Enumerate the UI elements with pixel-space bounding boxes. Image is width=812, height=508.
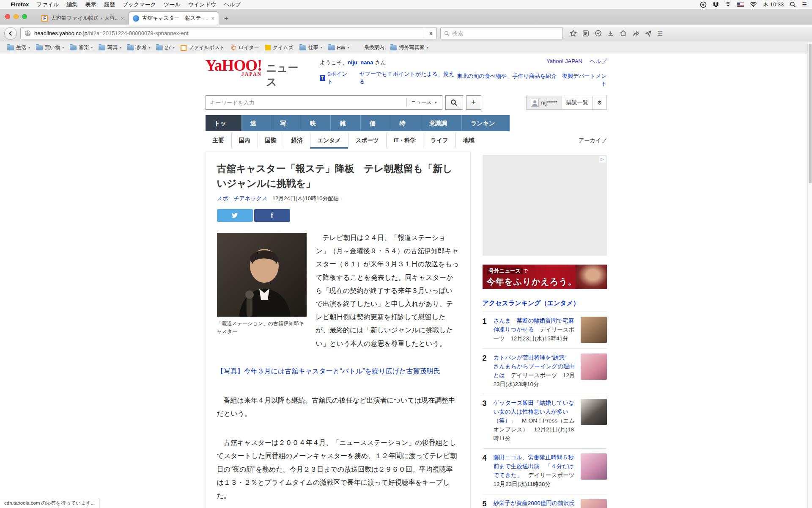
browser-search-box[interactable]	[440, 27, 563, 39]
news-nav-tab[interactable]: 写真	[271, 115, 301, 131]
browser-search-input[interactable]	[452, 30, 559, 36]
user-name-link[interactable]: niju_nana	[348, 59, 373, 66]
spotlight-icon[interactable]	[790, 1, 796, 8]
archive-link[interactable]: アーカイブ	[579, 137, 606, 144]
scrollbar-thumb[interactable]	[809, 44, 812, 183]
news-subnav-tab[interactable]: 国内	[231, 133, 258, 149]
subscriptions-link[interactable]: 購読一覧	[562, 96, 593, 109]
url-text[interactable]: headlines.yahoo.co.jp/hl?a=20151224-0000…	[34, 30, 189, 36]
search-submit-button[interactable]	[445, 95, 463, 110]
ad-placeholder[interactable]: ▷	[483, 155, 607, 256]
close-window-button[interactable]	[5, 14, 10, 19]
menubar-item[interactable]: 表示	[82, 1, 100, 8]
news-subnav-tab[interactable]: スポーツ	[348, 133, 386, 149]
bookmark-item[interactable]: 買い物 ▾	[33, 42, 67, 53]
news-nav-tab[interactable]: 意識調査	[420, 115, 462, 131]
new-tab-button[interactable]: +	[219, 14, 233, 25]
bookmark-item[interactable]: HW ▾	[325, 42, 352, 53]
ranking-thumbnail[interactable]	[581, 353, 607, 380]
bookmark-item[interactable]: 音楽 ▾	[67, 42, 96, 53]
news-search-box[interactable]: ニュース▼	[206, 95, 442, 110]
ranking-item[interactable]: 3 ゲッターズ飯田「結婚していない女の人は性格悪い人が多い（笑）」 M-ON！P…	[483, 394, 607, 449]
gear-icon[interactable]: ⚙	[593, 96, 606, 109]
news-subnav-tab[interactable]: ライフ	[423, 133, 455, 149]
news-subnav-tab[interactable]: 国際	[258, 133, 284, 149]
news-nav-tab[interactable]: 速報	[241, 115, 272, 131]
menubar-item[interactable]: ファイル	[33, 1, 63, 8]
tab-close-icon[interactable]: ×	[211, 15, 214, 22]
menubar-item[interactable]: ヘルプ	[220, 1, 244, 8]
dropbox-icon[interactable]	[713, 1, 719, 8]
news-nav-tab[interactable]: 特集	[390, 115, 420, 131]
news-nav-tab[interactable]: 雑誌	[331, 115, 361, 131]
gogai-banner[interactable]: 号外ニュースで 今年をふりかえろう。	[483, 265, 607, 289]
news-subnav-tab[interactable]: 主要	[206, 133, 231, 149]
ranking-thumbnail[interactable]	[581, 317, 607, 343]
tab-close-icon[interactable]: ×	[121, 15, 124, 22]
pocket-icon[interactable]	[595, 30, 602, 37]
bookmark-item[interactable]: 海外写真家 ▾	[387, 42, 431, 53]
ranking-thumbnail[interactable]	[581, 453, 607, 480]
bookmark-item[interactable]: 乗換案内 ▾	[352, 42, 387, 53]
news-nav-tab[interactable]: 個人	[361, 115, 391, 131]
news-service-logo[interactable]: ニュース	[266, 61, 307, 89]
news-search-input[interactable]	[206, 99, 406, 106]
help-link[interactable]: ヘルプ	[590, 58, 607, 64]
share-icon[interactable]	[632, 30, 639, 37]
browser-tab[interactable]: F 大容量ファイル転送・大容... ×	[37, 12, 128, 25]
volume-icon[interactable]	[725, 1, 731, 8]
menubar-item[interactable]: Firefox	[7, 1, 33, 8]
news-nav-tab[interactable]: トップ	[206, 115, 241, 131]
bookmark-item[interactable]: ファイルポスト ▾	[178, 42, 228, 53]
points-promo-link[interactable]: ヤフーでもＴポイントがたまる、使える	[359, 70, 456, 86]
news-nav-tab[interactable]: ランキング	[462, 115, 510, 131]
bookmark-item[interactable]: ロイター ▾	[228, 42, 262, 53]
photo-link[interactable]: 【写真】今年３月には古舘キャスターと“バトル”を繰り広げた古賀茂明氏	[217, 364, 459, 378]
download-icon[interactable]	[607, 30, 614, 37]
menubar-item[interactable]: 編集	[63, 1, 82, 8]
menu-icon[interactable]: ☰	[657, 30, 663, 37]
bookmark-item[interactable]: タイムズ ▾	[262, 42, 296, 53]
ranking-item[interactable]: 4 藤田ニコル、労働禁止時間５秒前まで生放送出演 「４分だけでてきた」 デイリー…	[483, 449, 607, 494]
ranking-thumbnail[interactable]	[581, 499, 607, 508]
bookmark-star-icon[interactable]	[570, 30, 577, 37]
menubar-item[interactable]: ウインドウ	[184, 1, 220, 8]
window-controls[interactable]	[5, 14, 27, 19]
bookmark-item[interactable]: 生活 ▾	[4, 42, 33, 53]
twitter-share-button[interactable]	[217, 209, 253, 222]
menubar-item[interactable]: ツール	[160, 1, 184, 8]
article-source-link[interactable]: スポニチアネックス	[217, 195, 268, 202]
search-scope-dropdown[interactable]: ニュース▼	[406, 98, 442, 107]
ranking-item[interactable]: 2 カトパンが菅田将暉を“誘惑” さんまらからブーイングの理由とは デイリースポ…	[483, 349, 607, 395]
url-bar[interactable]: headlines.yahoo.co.jp/hl?a=20151224-0000…	[20, 27, 437, 39]
ranking-item[interactable]: 5 紗栄子が資産2000億円の前沢氏と初ツーショット 日刊スポーツ 12月23日…	[483, 494, 607, 508]
creative-cloud-icon[interactable]	[700, 1, 707, 8]
add-keyword-button[interactable]: +	[466, 95, 481, 110]
bookmark-item[interactable]: 27 ▾	[153, 42, 177, 53]
points-link[interactable]: 0ポイント	[327, 70, 352, 86]
notification-center-icon[interactable]: ☰	[802, 1, 807, 8]
browser-tab-active[interactable]: 古舘キャスター「報ステ」... ×	[128, 11, 219, 25]
menubar-item[interactable]: ブックマーク	[119, 1, 160, 8]
yahoo-japan-link[interactable]: Yahoo! JAPAN	[546, 58, 582, 64]
news-subnav-tab[interactable]: 経済	[284, 133, 310, 149]
ranking-title-link[interactable]: 紗栄子が資産2000億円の前沢氏と初ツーショット	[494, 500, 575, 508]
bookmark-item[interactable]: 仕事 ▾	[296, 42, 325, 53]
news-subnav-tab[interactable]: エンタメ	[310, 133, 348, 149]
article-photo-block[interactable]: 「報道ステーション」の古舘伊知郎キャスター	[217, 233, 307, 335]
wifi-icon[interactable]	[750, 2, 757, 7]
adchoices-icon[interactable]: ▷	[599, 156, 606, 163]
news-subnav-tab[interactable]: IT・科学	[386, 133, 423, 149]
input-source-flag-icon[interactable]	[737, 3, 744, 7]
page-scrollbar[interactable]	[807, 42, 812, 508]
reading-list-icon[interactable]	[582, 30, 589, 37]
ranking-thumbnail[interactable]	[581, 399, 607, 425]
news-subnav-tab[interactable]: 地域	[455, 133, 482, 149]
bookmark-item[interactable]: 写真 ▾	[96, 42, 124, 53]
facebook-share-button[interactable]: f	[254, 209, 290, 222]
bookmark-item[interactable]: 参考 ▾	[124, 42, 153, 53]
stop-load-icon[interactable]: ×	[424, 28, 433, 39]
minimize-window-button[interactable]	[14, 14, 19, 19]
tohoku-promo-link[interactable]: 東北の旬の食べ物や、手作り商品を紹介 復興デパートメント	[456, 72, 606, 88]
news-nav-tab[interactable]: 映像	[301, 115, 331, 131]
